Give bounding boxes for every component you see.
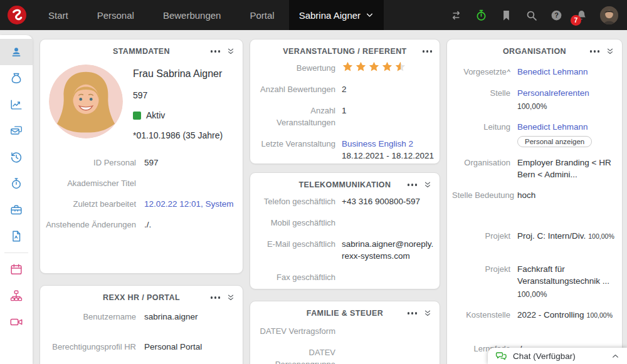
collapse-chevrons-icon[interactable]	[423, 309, 432, 318]
card-title-veranstaltung: VERANSTALTUNG / REFERENT	[271, 47, 418, 56]
position-percent: 100,00%	[517, 101, 618, 113]
project-percent: 100,00%	[588, 232, 614, 240]
briefcase-icon	[9, 203, 23, 217]
bookmark-icon[interactable]	[500, 9, 513, 22]
card-title-organisation: ORGANISATION	[483, 47, 586, 56]
field-value	[342, 325, 435, 337]
sidebar-item-jobs[interactable]	[0, 197, 33, 223]
field-label: Vorgesetzte	[463, 67, 507, 76]
card-menu-dots-icon[interactable]	[211, 294, 221, 301]
card-menu-dots-icon[interactable]	[408, 310, 418, 316]
last-edited-link[interactable]: 12.02.22 12:01, System	[144, 199, 234, 209]
field-value	[144, 177, 236, 189]
star-icon	[355, 61, 367, 73]
sidebar-item-documents[interactable]	[0, 223, 33, 249]
field-label: Stelle	[452, 87, 517, 113]
last-event-dates: 18.12.2021 - 18.12.2021	[342, 150, 435, 162]
chat-expand-chevron-icon[interactable]	[611, 352, 619, 360]
field-value	[342, 346, 435, 364]
search-icon[interactable]	[525, 9, 538, 22]
rexx-logo-icon	[6, 4, 28, 26]
card-veranstaltung: VERANSTALTUNG / REFERENT Bewertung	[250, 39, 440, 164]
card-menu-dots-icon[interactable]	[408, 182, 418, 188]
sidebar-item-orgchart[interactable]	[0, 283, 33, 309]
collapse-chevrons-icon[interactable]	[226, 47, 235, 56]
top-navbar: Start Personal Bewerbungen Portal Sabrin…	[0, 0, 627, 30]
swap-arrows-icon[interactable]	[450, 9, 463, 22]
sidebar-item-history[interactable]	[0, 144, 33, 170]
sidebar-item-profile[interactable]	[0, 39, 33, 65]
chart-trend-icon	[9, 98, 23, 112]
sidebar-item-calendar[interactable]	[0, 256, 33, 283]
show-personnel-button[interactable]: Personal anzeigen	[517, 136, 592, 147]
nav-item-personal[interactable]: Personal	[83, 0, 149, 30]
field-label: Organisation	[452, 157, 517, 180]
employee-birthdate: *01.10.1986 (35 Jahre)	[133, 130, 223, 140]
notifications-bell-icon[interactable]: 7	[575, 9, 588, 22]
active-record-tab[interactable]: Sabrina Aigner	[289, 0, 384, 30]
org-unit-value: Employer Branding < HR Bern < Admini...	[517, 157, 618, 180]
field-row: Bewertung	[250, 62, 440, 74]
nav-item-start[interactable]: Start	[34, 0, 83, 30]
person-icon	[9, 45, 23, 59]
sidebar-item-correspondence[interactable]	[0, 118, 33, 144]
rating-stars	[342, 61, 435, 73]
field-value: Personal Portal	[144, 341, 236, 353]
last-event-link[interactable]: Business English 2	[342, 139, 413, 148]
stopwatch-icon	[9, 177, 23, 190]
rexx-logo[interactable]	[0, 4, 34, 26]
leader-link[interactable]: Benedict Lehmann	[517, 122, 588, 132]
collapse-chevrons-icon[interactable]	[423, 180, 432, 189]
position-link[interactable]: Personalreferenten	[517, 88, 589, 98]
field-value: 2	[342, 83, 435, 95]
card-title-familie-steuer: FAMILIE & STEUER	[287, 309, 403, 318]
card-title-stammdaten: STAMMDATEN	[76, 47, 206, 56]
time-tracking-stopwatch-icon[interactable]	[475, 9, 488, 22]
field-row: Letzte Veranstaltung Business English 2 …	[250, 138, 440, 162]
org-chart-icon	[9, 289, 23, 303]
calendar-icon	[9, 263, 23, 276]
mail-stack-icon	[9, 124, 23, 138]
field-value	[342, 217, 435, 229]
left-sidebar	[0, 35, 33, 364]
help-icon[interactable]: ?	[550, 9, 563, 22]
card-menu-dots-icon[interactable]	[590, 48, 600, 55]
cost-center-value: 2022 - Controlling	[517, 310, 584, 320]
field-row: Benutzername sabrina.aigner	[40, 311, 243, 323]
supervisor-link[interactable]: Benedict Lehmann	[517, 67, 588, 76]
sidebar-item-payroll[interactable]	[0, 65, 33, 91]
field-label: Zuletzt bearbeitet	[45, 198, 144, 210]
field-row: E-Mail geschäftlich sabrina.aigner@norep…	[250, 238, 440, 262]
employee-name: Frau Sabrina Aigner	[133, 68, 223, 80]
field-row: Anzahl Bewertungen 2	[250, 83, 440, 95]
nav-item-portal[interactable]: Portal	[235, 0, 288, 30]
collapse-chevrons-icon[interactable]	[226, 293, 235, 302]
field-label: Anstehende Änderungen	[45, 219, 144, 231]
sidebar-item-statistics[interactable]	[0, 91, 33, 118]
card-telekommunikation: TELEKOMMUNIKATION Telefon geschäftlich +…	[250, 172, 440, 289]
video-camera-icon	[9, 315, 23, 329]
history-icon	[9, 150, 23, 164]
user-avatar-image	[600, 6, 618, 24]
nav-item-bewerbungen[interactable]: Bewerbungen	[149, 0, 236, 30]
card-menu-dots-icon[interactable]	[423, 48, 433, 55]
sort-caret[interactable]: ^	[507, 68, 510, 76]
user-avatar[interactable]	[600, 6, 618, 24]
field-label: Leitung	[452, 121, 517, 147]
sidebar-item-time[interactable]	[0, 170, 33, 197]
card-organisation: ORGANISATION Vorgesetzte^ Benedict Lehma…	[446, 39, 623, 364]
collapse-chevrons-icon[interactable]	[606, 47, 614, 56]
star-icon	[368, 61, 380, 73]
chevron-down-icon	[366, 11, 374, 19]
field-row: Projekt Fachkraft für Veranstaltungstech…	[447, 263, 622, 301]
field-row: Akademischer Titel	[40, 177, 243, 189]
sidebar-item-video[interactable]	[0, 309, 33, 335]
card-menu-dots-icon[interactable]	[211, 48, 221, 55]
employee-number: 597	[133, 90, 223, 100]
field-label: Akademischer Titel	[45, 177, 144, 189]
field-label: DATEV Vertragsform	[254, 325, 342, 337]
chat-widget-bar[interactable]: Chat (Verfügbar)	[488, 348, 627, 364]
field-label: Letzte Veranstaltung	[254, 138, 342, 162]
field-value: sabrina.aigner	[144, 311, 236, 323]
sidebar-divider	[4, 252, 28, 253]
